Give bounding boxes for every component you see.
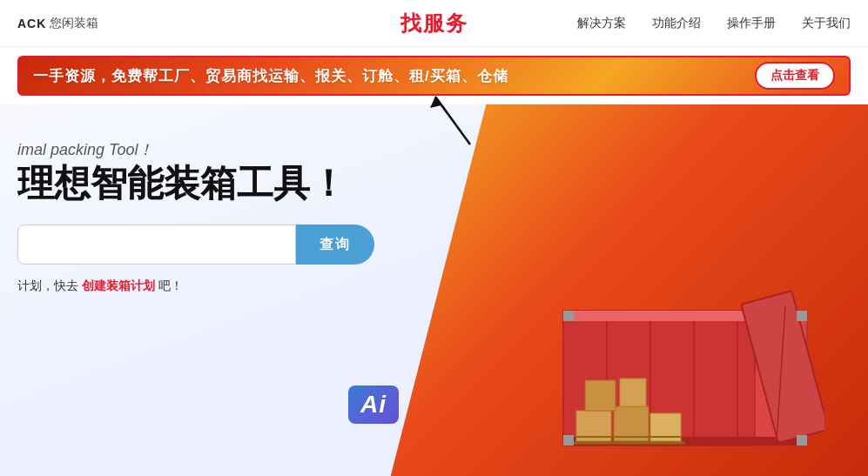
hero-create-link[interactable]: 创建装箱计划 xyxy=(82,278,155,292)
hero-section: imal packing Tool！ 理想智能装箱工具！ 查询 计划，快去 创建… xyxy=(0,104,868,476)
hero-link-prefix: 计划，快去 xyxy=(17,278,78,292)
nav-item-manual[interactable]: 操作手册 xyxy=(727,16,776,31)
arrow-container xyxy=(418,84,488,157)
nav-item-about[interactable]: 关于我们 xyxy=(802,16,851,31)
hero-search-row: 查询 xyxy=(17,225,485,265)
svg-rect-16 xyxy=(620,379,646,406)
svg-line-0 xyxy=(435,97,470,144)
svg-rect-15 xyxy=(585,380,616,411)
hero-subtitle: imal packing Tool！ xyxy=(17,139,485,160)
hero-search-input[interactable] xyxy=(17,225,296,265)
logo-area: ACK 您闲装箱 xyxy=(17,16,98,31)
banner-button[interactable]: 点击查看 xyxy=(755,62,835,90)
svg-rect-19 xyxy=(563,311,574,321)
nav-item-features[interactable]: 功能介绍 xyxy=(652,16,701,31)
container-illustration xyxy=(511,276,824,467)
main-nav: 解决方案 功能介绍 操作手册 关于我们 xyxy=(577,16,851,31)
ai-badge: Ai xyxy=(348,385,399,424)
arrow-icon xyxy=(418,84,488,153)
brand-label: 找服务 xyxy=(400,11,468,35)
svg-rect-22 xyxy=(797,435,807,446)
header: ACK 您闲装箱 找服务 解决方案 功能介绍 操作手册 关于我们 xyxy=(0,0,868,47)
hero-right xyxy=(485,131,851,476)
svg-rect-21 xyxy=(563,435,574,446)
hero-search-button[interactable]: 查询 xyxy=(296,225,374,265)
hero-link-row: 计划，快去 创建装箱计划 吧！ xyxy=(17,278,485,294)
logo-subtitle: 您闲装箱 xyxy=(50,16,98,31)
logo-ack: ACK xyxy=(17,17,46,30)
hero-link-suffix: 吧！ xyxy=(158,278,183,292)
brand-name: 找服务 xyxy=(400,10,468,37)
hero-title: 理想智能装箱工具！ xyxy=(17,164,485,204)
svg-rect-20 xyxy=(797,311,807,321)
nav-item-solutions[interactable]: 解决方案 xyxy=(577,16,626,31)
hero-left: imal packing Tool！ 理想智能装箱工具！ 查询 计划，快去 创建… xyxy=(17,131,485,294)
